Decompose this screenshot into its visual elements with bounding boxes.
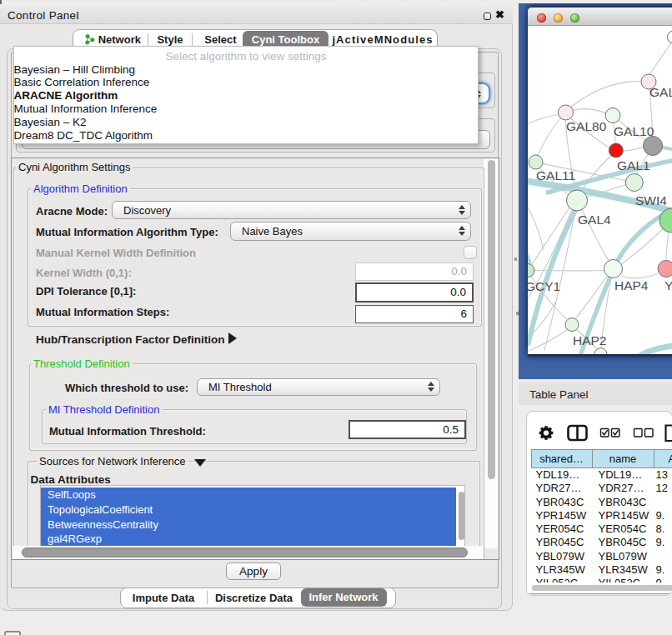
svg-text:GCY1: GCY1 xyxy=(528,278,560,292)
svg-text:HAP4: HAP4 xyxy=(614,278,649,292)
svg-text:SWI4: SWI4 xyxy=(635,192,667,207)
svg-text:YJ: YJ xyxy=(664,278,672,292)
svg-text:GAL7: GAL7 xyxy=(649,84,672,98)
svg-text:HAP2: HAP2 xyxy=(573,332,607,347)
svg-text:GAL10: GAL10 xyxy=(614,123,654,138)
svg-text:GAL80: GAL80 xyxy=(566,118,607,132)
svg-text:GAL11: GAL11 xyxy=(536,168,575,182)
svg-text:GAL4: GAL4 xyxy=(578,212,611,226)
svg-text:GAL1: GAL1 xyxy=(617,158,650,172)
